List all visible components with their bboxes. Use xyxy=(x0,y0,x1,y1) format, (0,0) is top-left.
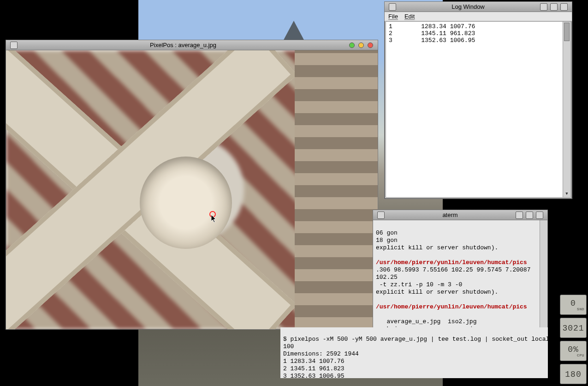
aterm-title: aterm xyxy=(386,211,514,218)
term-line: 100 xyxy=(283,343,294,350)
term-path: /usr/home/pierre/yunlin/leuven/humcat/pi… xyxy=(376,259,527,266)
term-line: average_u_e.jpg iso2.jpg xyxy=(376,318,476,325)
meter-label: CPU xyxy=(577,353,586,357)
log-titlebar[interactable]: Log Window xyxy=(385,2,572,12)
log-row: 3 1352.63 1006.95 xyxy=(389,37,568,44)
meter-value: 0% xyxy=(568,345,579,354)
term-line: -t zz.tri -p 10 -m 3 -0 xyxy=(376,281,462,288)
term-path: /usr/home/pierre/yunlin/leuven/humcat/pi… xyxy=(376,303,527,310)
meter-dock: 0 SND 3021 0% CPU 180 xyxy=(560,295,587,384)
mouse-cursor-icon xyxy=(211,215,217,223)
minimize-icon[interactable] xyxy=(540,3,547,11)
scroll-down-icon[interactable]: ▾ xyxy=(563,189,570,197)
meter-label: SND xyxy=(577,307,586,311)
log-text-area[interactable]: 1 1283.34 1007.76 2 1345.11 961.823 3 13… xyxy=(386,21,571,198)
maximize-icon[interactable] xyxy=(349,42,355,48)
term-line: Dimensions: 2592 1944 xyxy=(283,350,359,357)
close-icon[interactable] xyxy=(560,3,568,11)
log-window: Log Window File Edit 1 1283.34 1007.76 2… xyxy=(384,1,572,199)
minimize-icon[interactable] xyxy=(358,42,364,48)
pixelated-region xyxy=(295,50,378,329)
term-line: 06 gon xyxy=(376,229,398,236)
log-row: 1 1283.34 1007.76 xyxy=(389,23,568,30)
pixelpos-title: PixelPos : average_u.jpg xyxy=(19,42,347,48)
window-menu-icon[interactable] xyxy=(377,211,385,219)
maximize-icon[interactable] xyxy=(526,211,533,219)
meter-value: 0 xyxy=(570,299,576,308)
meter-value: 3021 xyxy=(562,324,584,333)
vault-boss xyxy=(140,157,232,249)
term-line: 3 1352.63 1006.95 xyxy=(283,373,344,378)
maximize-icon[interactable] xyxy=(550,3,558,11)
term-line: explicit kill or server shutdown). xyxy=(376,244,498,251)
minimize-icon[interactable] xyxy=(516,211,523,219)
term-line: 18 gon xyxy=(376,237,398,244)
term-cmd: $ pixelpos -xM 500 -yM 500 average_u.jpg… xyxy=(283,336,548,343)
meter-value: 180 xyxy=(565,370,581,379)
meter-mem[interactable]: 3021 xyxy=(560,318,587,338)
window-menu-icon[interactable] xyxy=(10,42,18,49)
bottom-terminal[interactable]: $ pixelpos -xM 500 -yM 500 average_u.jpg… xyxy=(280,327,548,378)
scrollbar-thumb[interactable] xyxy=(564,23,570,41)
pixelpos-canvas[interactable] xyxy=(6,50,378,329)
menu-edit[interactable]: Edit xyxy=(404,13,415,20)
pixelpos-window: PixelPos : average_u.jpg xyxy=(6,40,378,330)
log-menubar: File Edit xyxy=(385,12,572,21)
log-scrollbar[interactable]: ▾ xyxy=(563,22,570,197)
meter-cpu[interactable]: 0% CPU xyxy=(560,341,587,361)
pixelpos-titlebar[interactable]: PixelPos : average_u.jpg xyxy=(6,40,378,50)
aterm-titlebar[interactable]: aterm xyxy=(373,210,547,220)
close-icon[interactable] xyxy=(368,42,373,48)
meter-net[interactable]: 180 xyxy=(560,364,587,384)
menu-file[interactable]: File xyxy=(388,13,398,20)
term-line: 2 1345.11 961.823 xyxy=(283,365,344,372)
log-title: Log Window xyxy=(398,3,539,10)
log-row: 2 1345.11 961.823 xyxy=(389,30,568,37)
meter-snd[interactable]: 0 SND xyxy=(560,295,587,315)
term-line: 1 1283.34 1007.76 xyxy=(283,358,344,365)
window-menu-icon[interactable] xyxy=(389,3,396,11)
term-line: explicit kill or server shutdown). xyxy=(376,289,498,296)
term-line: .306 98.5993 7.55166 102.25 99.5745 7.20… xyxy=(376,266,534,281)
close-icon[interactable] xyxy=(536,211,543,219)
